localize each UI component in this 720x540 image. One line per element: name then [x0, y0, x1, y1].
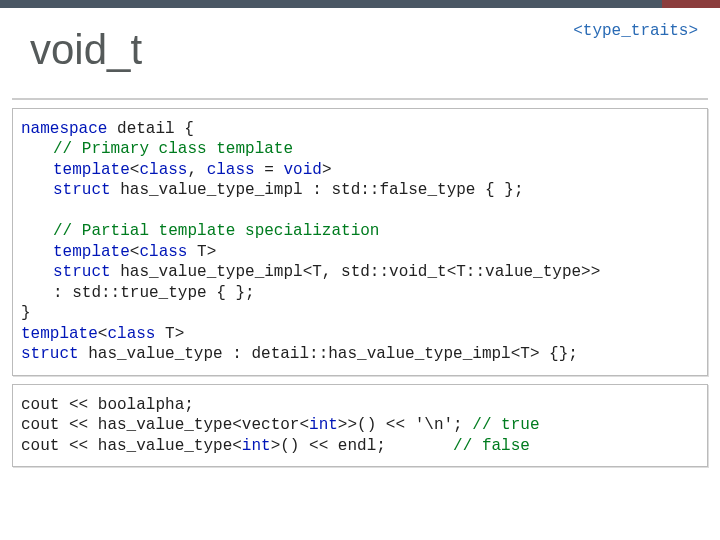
kw-template: template [53, 243, 130, 261]
code-text: } [21, 304, 31, 322]
code-text: has_value_type_impl<T, std::void_t<T::va… [111, 263, 601, 281]
code-text: detail { [107, 120, 193, 138]
char-literal: '\n' [415, 416, 453, 434]
kw-int: int [309, 416, 338, 434]
code-text: ; [453, 416, 472, 434]
code-text: has_value_type_impl : std::false_type { … [111, 181, 524, 199]
kw-template: template [53, 161, 130, 179]
kw-class: class [139, 243, 187, 261]
kw-class: class [107, 325, 155, 343]
code-text: cout << boolalpha; [21, 396, 194, 414]
code-text: , [187, 161, 206, 179]
comment-primary: // Primary class template [53, 140, 293, 158]
code-text: < [130, 161, 140, 179]
divider-line [12, 98, 708, 100]
code-text: has_value_type : detail::has_value_type_… [79, 345, 578, 363]
kw-class: class [139, 161, 187, 179]
blank-line [21, 202, 31, 220]
code-text: T> [155, 325, 184, 343]
code-text: = [255, 161, 284, 179]
header-include-tag: <type_traits> [573, 22, 698, 40]
slide-top-accent [0, 0, 720, 8]
comment-false: // false [453, 437, 530, 455]
kw-class: class [207, 161, 255, 179]
code-block-definition: namespace detail { // Primary class temp… [12, 108, 708, 376]
comment-true: // true [472, 416, 539, 434]
kw-template: template [21, 325, 98, 343]
kw-struct: struct [21, 345, 79, 363]
kw-int: int [242, 437, 271, 455]
code-text: >>() << [338, 416, 415, 434]
code-text: T> [187, 243, 216, 261]
comment-partial: // Partial template specialization [53, 222, 379, 240]
kw-struct: struct [53, 263, 111, 281]
kw-struct: struct [53, 181, 111, 199]
code-text: cout << has_value_type< [21, 437, 242, 455]
code-text: : std::true_type { }; [53, 284, 255, 302]
code-text: < [98, 325, 108, 343]
code-text: >() << endl; [271, 437, 453, 455]
code-text: cout << has_value_type<vector< [21, 416, 309, 434]
code-text: < [130, 243, 140, 261]
code-text: > [322, 161, 332, 179]
kw-namespace: namespace [21, 120, 107, 138]
kw-void: void [283, 161, 321, 179]
code-block-usage: cout << boolalpha; cout << has_value_typ… [12, 384, 708, 467]
